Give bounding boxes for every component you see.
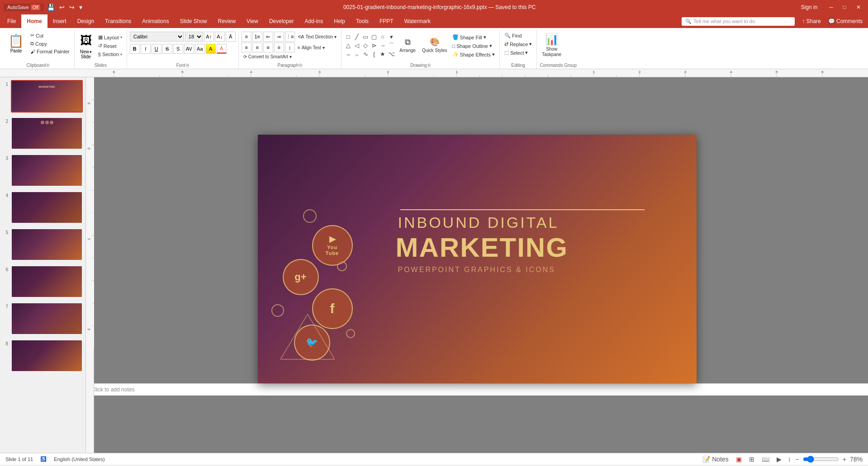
slide-panel[interactable]: 1 MARKETING 2 3 xyxy=(0,77,86,453)
shape-rect2[interactable]: ▭ xyxy=(361,33,370,41)
tab-developer[interactable]: Developer xyxy=(264,14,299,28)
tab-fppt[interactable]: FPPT xyxy=(374,14,399,28)
shape-arrow[interactable]: → xyxy=(379,42,387,50)
zoom-slider[interactable] xyxy=(803,456,839,463)
close-btn[interactable]: ✕ xyxy=(853,3,864,11)
shape-curly[interactable]: { xyxy=(370,50,378,58)
shape-line[interactable]: ╱ xyxy=(353,33,361,41)
shape-diamond[interactable]: ◇ xyxy=(361,42,370,50)
restore-btn[interactable]: □ xyxy=(840,3,850,11)
signin-button[interactable]: Sign in xyxy=(796,2,823,12)
shape-bend[interactable]: ⌵ xyxy=(353,50,361,58)
layout-button[interactable]: ▦ Layout ▾ xyxy=(96,33,124,41)
shape-chevron[interactable]: ⊳ xyxy=(370,42,378,50)
slideshow-btn[interactable]: ▶ xyxy=(775,455,783,464)
italic-button[interactable]: I xyxy=(141,44,151,54)
align-text-button[interactable]: ≡ Align Text ▾ xyxy=(296,44,327,51)
slide-item-5[interactable]: 5 xyxy=(2,227,84,262)
comments-button[interactable]: 💬 Comments xyxy=(825,16,866,26)
arrange-button[interactable]: ⧉ Arrange xyxy=(396,36,419,54)
slide-item-3[interactable]: 3 xyxy=(2,153,84,188)
slide-thumb-1[interactable]: MARKETING xyxy=(11,80,83,113)
tab-slideshow[interactable]: Slide Show xyxy=(175,14,213,28)
slide-thumb-8[interactable] xyxy=(11,339,83,372)
shadow-button[interactable]: S xyxy=(173,44,183,54)
notes-button[interactable]: 📝 Notes xyxy=(701,455,730,464)
tab-addins[interactable]: Add-ins xyxy=(299,14,329,28)
char-spacing-button[interactable]: AV xyxy=(184,44,194,54)
shape-oval[interactable]: ○ xyxy=(379,33,387,41)
slide-main-title[interactable]: MARKETING xyxy=(396,232,568,263)
shape-custom[interactable]: ⌥ xyxy=(387,50,395,58)
zoom-out-btn[interactable]: − xyxy=(796,456,799,463)
tab-watermark[interactable]: Watermark xyxy=(399,14,436,28)
slide-item-2[interactable]: 2 xyxy=(2,116,84,151)
columns-button[interactable]: ⋮≡ xyxy=(285,32,295,42)
copy-button[interactable]: ⧉ Copy xyxy=(28,40,71,47)
shape-fill-button[interactable]: 🪣 Shape Fill ▾ xyxy=(451,33,497,41)
tab-help[interactable]: Help xyxy=(328,14,351,28)
add-notes-area[interactable]: Click to add notes xyxy=(86,383,868,395)
show-taskpane-button[interactable]: 📊 ShowTaskpane xyxy=(540,32,564,59)
tab-tools[interactable]: Tools xyxy=(351,14,374,28)
slide-thumb-3[interactable] xyxy=(11,154,83,187)
bold-button[interactable]: B xyxy=(130,44,140,54)
minimize-btn[interactable]: ─ xyxy=(825,3,837,11)
select-button[interactable]: ⬚ Select ▾ xyxy=(503,49,530,56)
new-slide-button[interactable]: 🖼 xyxy=(77,32,95,49)
slide-thumb-4[interactable] xyxy=(11,191,83,224)
font-color-button[interactable]: A xyxy=(217,44,227,54)
new-slide-dropdown[interactable]: ▾ xyxy=(90,50,92,54)
line-spacing-button[interactable]: ↕ xyxy=(285,42,295,52)
shrink-font-button[interactable]: A↓ xyxy=(215,32,225,42)
change-case-button[interactable]: Aa xyxy=(195,44,205,54)
align-right-button[interactable]: ≡ xyxy=(263,42,273,52)
shape-rect[interactable]: □ xyxy=(344,33,352,41)
section-button[interactable]: § Section ▾ xyxy=(96,51,124,58)
slide-thumb-7[interactable] xyxy=(11,302,83,335)
shape-triangle[interactable]: △ xyxy=(344,42,352,50)
save-quick-btn[interactable]: 💾 xyxy=(46,3,56,12)
tab-design[interactable]: Design xyxy=(72,14,100,28)
find-button[interactable]: 🔍 Find xyxy=(503,32,523,39)
tab-home[interactable]: Home xyxy=(21,14,47,28)
slide-item-4[interactable]: 4 xyxy=(2,190,84,225)
shape-outline-button[interactable]: □ Shape Outline ▾ xyxy=(451,42,497,50)
shape-rtriangle[interactable]: ◁ xyxy=(353,42,361,50)
slide-thumb-6[interactable] xyxy=(11,265,83,298)
normal-view-btn[interactable]: ▣ xyxy=(734,455,744,464)
share-button[interactable]: ↑ Share xyxy=(798,16,824,26)
font-name-select[interactable]: Calibri xyxy=(130,32,184,42)
font-size-select[interactable]: 18 xyxy=(185,32,203,42)
search-bar[interactable]: 🔍 Tell me what you want to do xyxy=(682,17,795,26)
underline-button[interactable]: U xyxy=(152,44,161,54)
redo-quick-btn[interactable]: ↪ xyxy=(68,3,76,12)
reset-button[interactable]: ↺ Reset xyxy=(96,42,124,50)
autosave-toggle[interactable]: AutoSave Off xyxy=(4,4,44,11)
format-painter-button[interactable]: 🖌 Format Painter xyxy=(28,48,71,55)
slide-item-8[interactable]: 8 xyxy=(2,339,84,373)
clear-format-button[interactable]: Ā xyxy=(226,32,236,42)
increase-indent-button[interactable]: ⇒ xyxy=(274,32,284,42)
slide-item-7[interactable]: 7 xyxy=(2,301,84,336)
shape-expand[interactable]: ▾ xyxy=(387,33,395,41)
clipboard-expand-icon[interactable]: ⎘ xyxy=(47,63,49,68)
quick-styles-button[interactable]: 🎨 Quick Styles xyxy=(420,36,450,54)
slide-sorter-btn[interactable]: ⊞ xyxy=(747,455,756,464)
align-left-button[interactable]: ≡ xyxy=(242,42,251,52)
highlight-button[interactable]: A xyxy=(206,44,216,54)
zoom-in-btn[interactable]: + xyxy=(843,456,846,463)
shape-curve[interactable]: ⌒ xyxy=(387,42,395,50)
strikethrough-button[interactable]: S xyxy=(162,44,172,54)
center-button[interactable]: ≡ xyxy=(252,42,262,52)
zoom-level-btn[interactable]: 78% xyxy=(850,456,863,463)
customize-quick-btn[interactable]: ▾ xyxy=(78,3,84,12)
slide-thumb-5[interactable] xyxy=(11,228,83,261)
paste-button[interactable]: 📋 Paste xyxy=(5,32,28,55)
paragraph-expand-icon[interactable]: ⎘ xyxy=(299,63,302,68)
slide-heading[interactable]: INBOUND DIGITAL xyxy=(398,214,559,231)
font-expand-icon[interactable]: ⎘ xyxy=(186,63,189,68)
tab-file[interactable]: File xyxy=(2,14,21,28)
shape-freeform[interactable]: ∿ xyxy=(361,50,370,58)
decrease-indent-button[interactable]: ⇐ xyxy=(263,32,273,42)
